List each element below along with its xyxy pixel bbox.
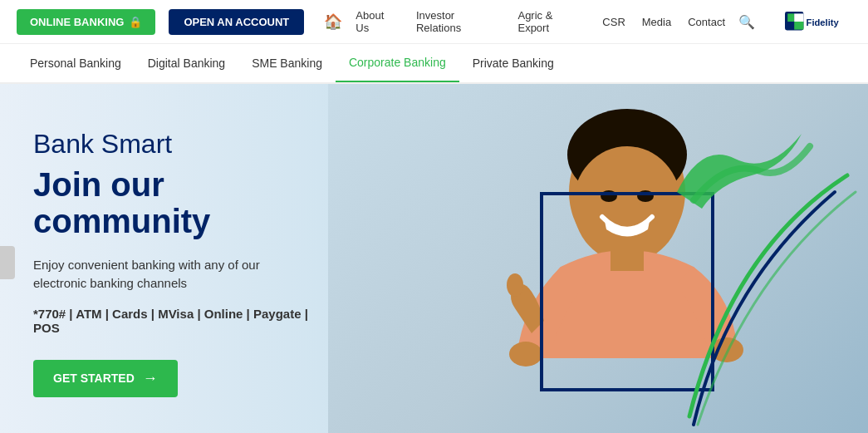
- hero-channels: *770# | ATM | Cards | MVisa | Online | P…: [33, 307, 316, 335]
- open-account-button[interactable]: OPEN AN ACCOUNT: [169, 9, 304, 35]
- get-started-label: GET STARTED: [53, 371, 135, 385]
- hero-section: Bank Smart Join our community Enjoy conv…: [0, 84, 868, 433]
- online-banking-button[interactable]: ONLINE BANKING 🔒: [17, 9, 155, 35]
- contact-link[interactable]: Contact: [688, 16, 725, 28]
- svg-marker-1: [787, 13, 794, 22]
- online-banking-label: ONLINE BANKING: [30, 16, 124, 28]
- hero-subtitle: Bank Smart: [33, 129, 316, 160]
- blue-line-decoration: [685, 184, 851, 433]
- hero-title: Join our community: [33, 166, 316, 239]
- personal-banking-tab[interactable]: Personal Banking: [17, 45, 135, 81]
- get-started-button[interactable]: GET STARTED →: [33, 360, 178, 397]
- home-icon[interactable]: 🏠: [324, 12, 342, 31]
- hero-description: Enjoy convenient banking with any of our…: [33, 256, 316, 293]
- logo: Fidelity: [785, 7, 851, 37]
- search-icon[interactable]: 🔍: [738, 14, 755, 30]
- investor-relations-link[interactable]: Investor Relations: [416, 9, 502, 34]
- open-account-label: OPEN AN ACCOUNT: [184, 16, 289, 28]
- digital-banking-tab[interactable]: Digital Banking: [135, 45, 238, 81]
- arrow-icon: →: [143, 370, 158, 387]
- top-bar: ONLINE BANKING 🔒 OPEN AN ACCOUNT 🏠 About…: [0, 0, 868, 44]
- private-banking-tab[interactable]: Private Banking: [459, 45, 567, 81]
- svg-marker-3: [794, 13, 803, 22]
- svg-point-11: [509, 342, 542, 367]
- svg-marker-2: [794, 22, 803, 30]
- about-us-link[interactable]: About Us: [356, 9, 400, 34]
- top-navigation: About Us Investor Relations Agric & Expo…: [356, 9, 725, 34]
- secondary-navigation: Personal Banking Digital Banking SME Ban…: [0, 44, 868, 84]
- svg-point-13: [507, 273, 523, 297]
- lock-icon: 🔒: [129, 16, 142, 28]
- hero-content: Bank Smart Join our community Enjoy conv…: [0, 129, 349, 397]
- hero-background: [328, 84, 868, 433]
- sme-banking-tab[interactable]: SME Banking: [238, 45, 336, 81]
- media-link[interactable]: Media: [642, 16, 671, 28]
- svg-text:Fidelity: Fidelity: [807, 17, 840, 27]
- carousel-previous-button[interactable]: [0, 246, 15, 279]
- agric-export-link[interactable]: Agric & Export: [517, 9, 586, 34]
- csr-link[interactable]: CSR: [602, 16, 625, 28]
- corporate-banking-tab[interactable]: Corporate Banking: [336, 44, 459, 82]
